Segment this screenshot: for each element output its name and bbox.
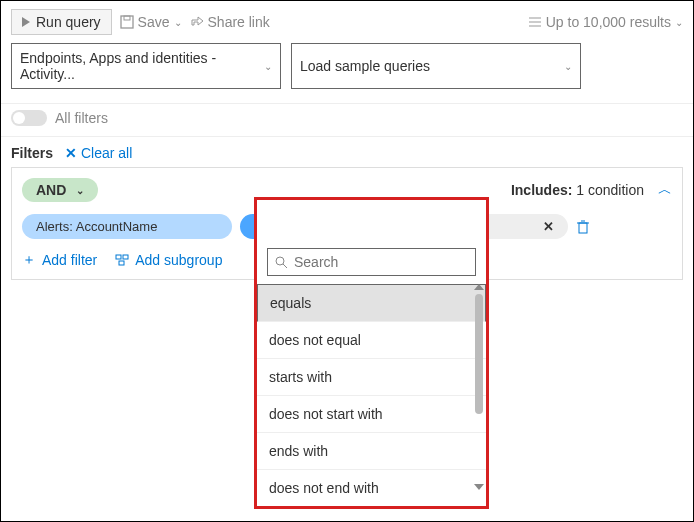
svg-point-11 (276, 257, 284, 265)
save-button[interactable]: Save ⌄ (120, 14, 182, 30)
dropdown-item[interactable]: does not end with (257, 470, 486, 506)
svg-rect-9 (123, 255, 128, 259)
chevron-down-icon: ⌄ (564, 61, 572, 72)
subgroup-icon (115, 254, 129, 266)
results-limit-button[interactable]: Up to 10,000 results ⌄ (528, 14, 683, 30)
dropdown-item[interactable]: equals (257, 284, 486, 322)
filters-label: Filters (11, 145, 53, 161)
svg-line-12 (283, 264, 287, 268)
svg-rect-5 (579, 223, 587, 233)
run-label: Run query (36, 14, 101, 30)
dropdown-item[interactable]: ends with (257, 433, 486, 470)
trash-icon (576, 219, 590, 235)
collapse-button[interactable]: ︿ (658, 181, 672, 199)
search-icon (274, 255, 288, 269)
scroll-down-icon[interactable] (474, 484, 484, 490)
dropdown-search[interactable] (267, 248, 476, 276)
delete-filter-button[interactable] (576, 219, 590, 235)
dropdown-item[interactable]: does not start with (257, 396, 486, 433)
clear-all-button[interactable]: ✕ Clear all (65, 145, 132, 161)
save-icon (120, 15, 134, 29)
run-query-button[interactable]: Run query (11, 9, 112, 35)
chevron-down-icon: ⌄ (675, 17, 683, 28)
x-icon: ✕ (65, 145, 77, 161)
list-icon (528, 16, 542, 28)
operator-dropdown: equals does not equal starts with does n… (254, 197, 489, 509)
logic-operator-select[interactable]: AND ⌄ (22, 178, 98, 202)
filter-field-pill[interactable]: Alerts: AccountName (22, 214, 232, 239)
scrollbar[interactable] (474, 284, 484, 490)
chevron-down-icon: ⌄ (264, 61, 272, 72)
chevron-down-icon: ⌄ (174, 17, 182, 28)
svg-rect-10 (119, 261, 124, 265)
scope-select[interactable]: Endpoints, Apps and identities - Activit… (11, 43, 281, 89)
all-filters-label: All filters (55, 110, 108, 126)
dropdown-search-input[interactable] (294, 254, 469, 270)
svg-rect-8 (116, 255, 121, 259)
scroll-up-icon[interactable] (474, 284, 484, 290)
add-filter-button[interactable]: ＋ Add filter (22, 251, 97, 269)
play-icon (22, 17, 30, 27)
chevron-down-icon: ⌄ (76, 185, 84, 196)
scroll-thumb[interactable] (475, 294, 483, 414)
includes-label: Includes: 1 condition (511, 182, 644, 198)
sample-queries-select[interactable]: Load sample queries ⌄ (291, 43, 581, 89)
dropdown-item[interactable]: starts with (257, 359, 486, 396)
clear-input-icon[interactable]: ✕ (543, 219, 554, 234)
plus-icon: ＋ (22, 251, 36, 269)
share-button[interactable]: Share link (190, 14, 270, 30)
all-filters-toggle[interactable] (11, 110, 47, 126)
svg-rect-0 (121, 16, 133, 28)
dropdown-item[interactable]: does not equal (257, 322, 486, 359)
add-subgroup-button[interactable]: Add subgroup (115, 251, 222, 269)
share-icon (190, 15, 204, 29)
